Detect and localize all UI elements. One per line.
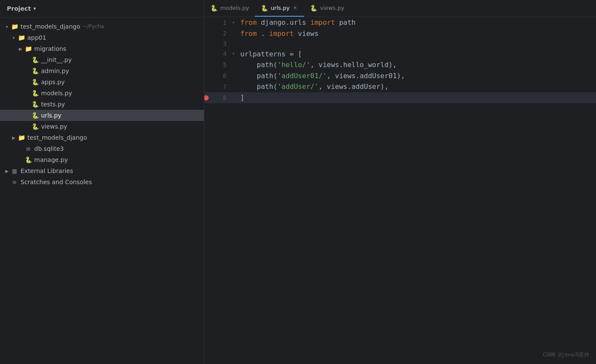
code-line-6: 6 path('addUser01/', views.addUser01), [204,70,596,82]
sidebar-item-app01[interactable]: ▾📁app01 [0,32,204,43]
folder-icon: 📁 [10,22,19,31]
tree-label: models.py [41,90,72,97]
code-line-4: 4▾urlpatterns = [ [204,49,596,60]
code-token: path( [240,72,277,80]
tree-label: views.py [41,123,67,130]
tab-label: urls.py [271,5,289,11]
line-number: 5 [204,59,230,70]
line-number: 1 [204,17,230,28]
code-content: 1▾from django.urls import path2from . im… [204,17,596,364]
keyword-token: import [269,29,294,38]
line-code: path('hello/', views.hello_world), [237,59,596,70]
keyword-token: from [240,29,257,38]
tab-models[interactable]: 🐍models.py [204,0,255,17]
line-number: 4 [204,49,230,60]
watermark: CSDN @java冯坚持 [543,351,589,359]
python-icon: 🐍 [31,56,39,64]
line-code [237,39,596,48]
sidebar-item-views[interactable]: 🐍views.py [0,121,204,132]
tree-label: db.sqlite3 [34,145,64,152]
tree-label: test_models_django [21,23,80,30]
line-number-text: 4 [223,49,227,59]
breakpoint-indicator [204,95,209,100]
fold-toggle[interactable]: ▾ [230,17,237,28]
keyword-token: import [310,18,335,26]
editor-area: 🐍models.py🐍urls.py✕🐍views.py 1▾from djan… [204,0,596,364]
tab-close-button[interactable]: ✕ [292,5,298,11]
tree-toggle: ▶ [10,135,17,140]
line-number-text: 1 [223,18,227,27]
code-line-3: 3 [204,39,596,48]
fold-toggle [230,81,237,92]
python-icon: 🐍 [31,100,39,109]
line-code: from . import views [237,28,596,39]
string-token: 'hello/' [277,61,310,69]
line-number-text: 2 [223,29,227,38]
fold-toggle[interactable]: ▾ [230,49,237,60]
sidebar-item-models[interactable]: 🐍models.py [0,88,204,99]
tab-urls[interactable]: 🐍urls.py✕ [255,0,304,17]
python-icon: 🐍 [31,89,39,97]
sidebar-header[interactable]: Project ▾ [0,0,204,18]
sidebar-item-ext_libs[interactable]: ▶▦External Libraries [0,165,204,176]
tree-label: urls.py [41,112,61,119]
line-code: path('addUser/', views.addUser), [237,81,596,92]
sidebar-item-migrations[interactable]: ▶📁migrations [0,43,204,54]
line-number-text: 7 [223,82,227,91]
sidebar-item-tests[interactable]: 🐍tests.py [0,99,204,110]
string-token: 'addUser/' [277,82,319,91]
python-icon: 🐍 [31,111,39,120]
tree-toggle: ▾ [10,35,17,40]
sidebar-item-urls[interactable]: 🐍urls.py [0,110,204,121]
line-number-text: 5 [223,60,227,70]
tree-label: admin.py [41,68,69,74]
fold-toggle [230,70,237,82]
database-icon: ≡ [24,144,32,153]
folder-icon: 📁 [24,44,32,53]
sidebar-item-apps[interactable]: 🐍apps.py [0,76,204,88]
python-tab-icon: 🐍 [310,5,317,12]
tree-label: migrations [34,45,66,52]
python-icon: 🐍 [24,156,32,164]
folder-icon: 📁 [17,133,26,142]
code-token: views [294,29,319,38]
tree-label: apps.py [41,79,65,85]
line-number: 3 [204,39,230,48]
tree-toggle: ▾ [3,24,10,29]
fold-toggle [230,39,237,48]
tree-toggle: ▶ [17,47,24,51]
fold-toggle [230,59,237,70]
tab-bar: 🐍models.py🐍urls.py✕🐍views.py [204,0,596,17]
sidebar-item-manage[interactable]: 🐍manage.py [0,154,204,165]
tab-views[interactable]: 🐍views.py [304,0,350,17]
tree-label: manage.py [34,156,68,163]
code-line-2: 2from . import views [204,28,596,39]
code-token: urlpatterns = [ [240,50,302,58]
sidebar-item-init[interactable]: 🐍__init__.py [0,54,204,65]
tree-label: app01 [27,34,46,41]
sidebar-tree: ▾📁test_models_django~/Pycha▾📁app01▶📁migr… [0,18,204,364]
code-editor[interactable]: 1▾from django.urls import path2from . im… [204,17,596,364]
line-number: 7 [204,81,230,92]
sidebar-item-db[interactable]: ≡db.sqlite3 [0,143,204,154]
sidebar-item-admin[interactable]: 🐍admin.py [0,65,204,76]
sidebar-item-test_models_django_pkg[interactable]: ▶📁test_models_django [0,132,204,143]
python-tab-icon: 🐍 [210,5,218,12]
code-line-8: 8] [204,92,596,103]
line-number-text: 6 [223,71,227,80]
line-number: 2 [204,28,230,39]
fold-toggle [230,92,237,103]
sidebar-item-root[interactable]: ▾📁test_models_django~/Pycha [0,21,204,32]
line-code: urlpatterns = [ [237,49,596,60]
sidebar-item-scratches[interactable]: ≋Scratches and Consoles [0,176,204,188]
tab-label: models.py [220,5,249,11]
tree-label: External Libraries [21,167,73,174]
code-token: , views.addUser), [319,82,389,91]
library-icon: ▦ [10,167,19,175]
code-token: , views.addUser01), [327,72,405,80]
code-line-7: 7 path('addUser/', views.addUser), [204,81,596,92]
tree-label: tests.py [41,101,65,108]
line-number-text: 3 [223,39,227,48]
code-token: , views.hello_world), [310,61,397,69]
code-token: path [335,18,356,26]
